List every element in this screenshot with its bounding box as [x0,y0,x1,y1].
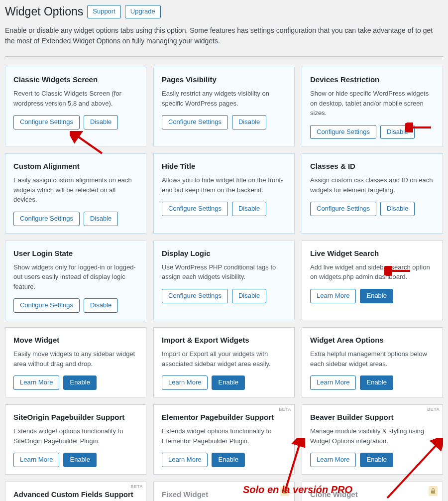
card-title: Pages Visibility [162,75,286,84]
card-description: Extends widget options functionality to … [162,426,286,446]
configure-settings-button[interactable]: Configure Settings [310,125,376,139]
card-title: Live Widget Search [310,249,435,257]
pro-caption: Solo en la versión PRO [243,484,352,496]
enable-button[interactable]: Enable [360,289,393,303]
card-description: Import or Export all your widgets with a… [162,349,286,369]
option-card: Devices RestrictionShow or hide specific… [302,67,443,146]
option-card: Hide TitleAllows you to hide widget titl… [153,153,295,233]
upgrade-button[interactable]: Upgrade [125,5,161,18]
card-actions: Learn MoreEnable [310,376,435,390]
card-title: Classic Widgets Screen [13,75,138,84]
card-title: Widget Area Options [310,336,435,344]
card-description: Revert to Classic Widgets Screen (for wo… [13,89,138,108]
beta-badge: BETA [279,407,291,412]
learn-more-button[interactable]: Learn More [310,453,356,467]
disable-button[interactable]: Disable [84,212,118,226]
option-card: Live Widget SearchAdd live widget and si… [302,241,443,320]
card-title: Move Widget [13,336,138,344]
card-description: Extends widget options functionality to … [13,426,138,446]
disable-button[interactable]: Disable [380,202,415,216]
card-title: Hide Title [162,162,286,170]
card-title: Display Logic [162,249,286,257]
card-description: Add live widget and sidebar search optio… [310,262,435,282]
enable-button[interactable]: Enable [63,453,96,467]
card-description: Manage module visibility & styling using… [310,426,435,446]
lock-icon [429,486,438,496]
card-description: Show widgets only for logged-in or logge… [13,262,138,292]
disable-button[interactable]: Disable [84,298,118,313]
card-title: Elementor Pagebuilder Support [162,413,286,421]
option-card: Classes & IDAssign custom css classes an… [302,153,443,233]
configure-settings-button[interactable]: Configure Settings [13,115,80,129]
card-actions: Configure SettingsDisable [162,202,286,216]
enable-button[interactable]: Enable [212,376,244,390]
card-actions: Configure SettingsDisable [13,212,138,226]
card-title: SiteOrigin Pagebuilder Support [13,413,138,421]
configure-settings-button[interactable]: Configure Settings [162,202,228,216]
support-button[interactable]: Support [87,5,121,18]
divider [5,56,443,57]
option-card: BETAElementor Pagebuilder SupportExtends… [153,404,295,475]
card-description: Assign custom css classes and ID on each… [310,175,435,195]
card-actions: Learn MoreEnable [162,376,286,390]
learn-more-button[interactable]: Learn More [162,453,208,467]
card-actions: Learn MoreEnable [310,453,435,467]
enable-button[interactable]: Enable [360,453,393,467]
options-grid: Classic Widgets ScreenRevert to Classic … [5,67,443,501]
card-description: Allows you to hide widget title on the f… [162,175,286,195]
card-title: User Login State [13,249,138,257]
page-title: Widget Options [5,5,83,18]
card-title: Custom Alignment [13,162,138,170]
card-title: Advanced Custom Fields Support [13,490,138,499]
learn-more-button[interactable]: Learn More [13,376,59,390]
card-actions: Configure SettingsDisable [310,125,435,139]
learn-more-button[interactable]: Learn More [310,289,356,303]
disable-button[interactable]: Disable [232,202,266,216]
enable-button[interactable]: Enable [360,376,393,390]
option-card: BETABeaver Builder SupportManage module … [302,404,443,475]
card-description: Easily restrict any widgets visibility o… [162,89,286,108]
option-card: Move WidgetEasily move widgets to any si… [5,327,146,397]
configure-settings-button[interactable]: Configure Settings [13,298,80,313]
card-actions: Configure SettingsDisable [13,298,138,313]
card-actions: Learn MoreEnable [13,376,138,390]
option-card: Pages VisibilityEasily restrict any widg… [153,67,295,146]
option-card: User Login StateShow widgets only for lo… [5,241,146,320]
option-card: BETAAdvanced Custom Fields SupportExtend… [5,482,146,501]
enable-button[interactable]: Enable [212,453,244,467]
configure-settings-button[interactable]: Configure Settings [162,289,228,303]
card-title: Classes & ID [310,162,435,170]
card-title: Devices Restriction [310,75,435,84]
card-title: Beaver Builder Support [310,413,435,421]
card-actions: Configure SettingsDisable [162,289,286,303]
beta-badge: BETA [130,484,143,489]
card-actions: Configure SettingsDisable [13,115,138,129]
beta-badge: BETA [427,407,440,412]
card-description: Use WordPress PHP conditional tags to as… [162,262,286,282]
disable-button[interactable]: Disable [84,115,118,129]
intro-text: Enable or disable any widget options tab… [5,25,443,46]
configure-settings-button[interactable]: Configure Settings [13,212,80,226]
card-actions: Configure SettingsDisable [310,202,435,216]
configure-settings-button[interactable]: Configure Settings [162,115,228,129]
option-card: Display LogicUse WordPress PHP condition… [153,241,295,320]
option-card: SiteOrigin Pagebuilder SupportExtends wi… [5,404,146,475]
learn-more-button[interactable]: Learn More [13,453,59,467]
learn-more-button[interactable]: Learn More [310,376,356,390]
disable-button[interactable]: Disable [232,289,266,303]
card-actions: Learn MoreEnable [310,289,435,303]
disable-button[interactable]: Disable [232,115,266,129]
card-description: Extra helpful management options below e… [310,349,435,369]
card-description: Easily move widgets to any sidebar widge… [13,349,138,369]
card-actions: Configure SettingsDisable [162,115,286,129]
option-card: Custom AlignmentEasily assign custom ali… [5,153,146,233]
option-card: Widget Area OptionsExtra helpful managem… [302,327,443,397]
disable-button[interactable]: Disable [380,125,415,139]
learn-more-button[interactable]: Learn More [162,376,208,390]
enable-button[interactable]: Enable [63,376,96,390]
configure-settings-button[interactable]: Configure Settings [310,202,376,216]
option-card: Import & Export WidgetsImport or Export … [153,327,295,397]
card-title: Import & Export Widgets [162,336,286,344]
card-description: Show or hide specific WordPress widgets … [310,89,435,118]
option-card: Classic Widgets ScreenRevert to Classic … [5,67,146,146]
